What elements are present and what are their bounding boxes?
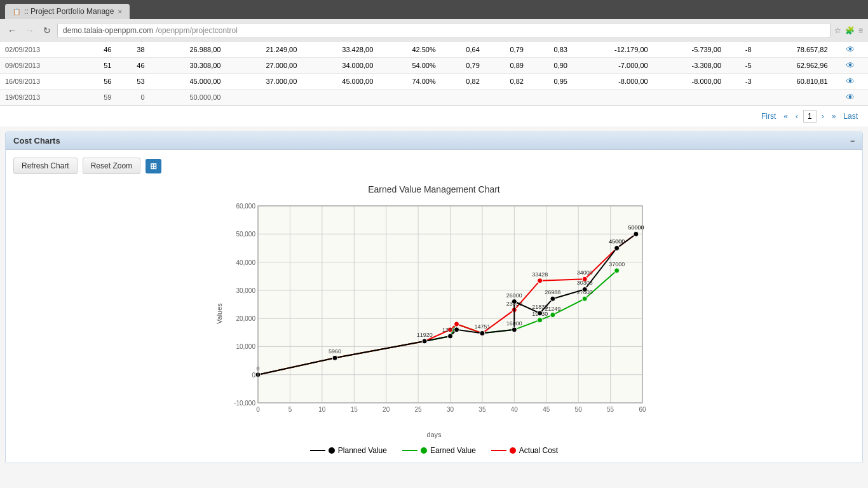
menu-icon[interactable]: ≡	[858, 26, 863, 35]
refresh-chart-btn[interactable]: Refresh Chart	[13, 158, 78, 174]
pv-line-icon	[310, 450, 325, 451]
data-cell: 62.962,96	[757, 58, 833, 74]
data-cell: 0,83	[529, 42, 573, 58]
data-cell: 33.428,00	[302, 42, 378, 58]
expand-chart-btn[interactable]: ⊞	[146, 159, 161, 173]
url-host: demo.talaia-openppm.com	[63, 26, 153, 35]
table-row: 16/09/2013565345.000,0037.000,0045.000,0…	[0, 74, 868, 90]
data-cell: 0,79	[485, 42, 529, 58]
svg-text:60,000: 60,000	[236, 203, 255, 210]
row-view-btn[interactable]: 👁	[846, 44, 855, 55]
svg-point-95	[614, 245, 620, 250]
data-cell: 0,95	[529, 74, 573, 90]
browser-tab[interactable]: 📋 :: Project Portfolio Manage ×	[5, 4, 130, 19]
eye-icon-cell: 👁	[833, 42, 868, 58]
section-collapse-btn[interactable]: −	[850, 137, 855, 146]
svg-text:60: 60	[639, 406, 646, 413]
cost-charts-section: Cost Charts − Refresh Chart Reset Zoom ⊞…	[5, 132, 863, 463]
svg-text:45: 45	[543, 406, 550, 413]
svg-point-62	[454, 322, 459, 327]
last-page-link[interactable]: Last	[841, 111, 860, 122]
browser-chrome: 📋 :: Project Portfolio Manage ×	[0, 0, 868, 19]
data-cell	[441, 90, 485, 105]
next2-page-btn[interactable]: »	[829, 111, 839, 122]
svg-text:21838: 21838	[532, 304, 548, 310]
prev-page-btn[interactable]: ‹	[793, 111, 801, 122]
bookmark-icon[interactable]: ☆	[834, 26, 841, 35]
svg-point-50	[538, 318, 543, 323]
chart-inner: -10,000010,00020,00030,00040,00050,00060…	[223, 200, 655, 428]
legend-item-pv: Planned Value	[310, 446, 387, 455]
row-view-btn[interactable]: 👁	[846, 92, 855, 102]
svg-text:30: 30	[447, 406, 454, 413]
data-cell: -8.000,00	[653, 74, 726, 90]
data-cell: 78.657,82	[757, 42, 833, 58]
address-bar[interactable]: demo.talaia-openppm.com/openppm/projectc…	[57, 23, 831, 38]
data-cell: 45.000,00	[150, 74, 226, 90]
eye-icon-cell: 👁	[833, 74, 868, 90]
legend-item-ac: Actual Cost	[491, 446, 558, 455]
svg-text:30,000: 30,000	[236, 287, 255, 294]
data-cell: 74.00%	[378, 74, 440, 90]
row-view-btn[interactable]: 👁	[846, 76, 855, 86]
ev-line-icon	[402, 450, 417, 451]
tab-title: :: Project Portfolio Manage	[24, 7, 114, 16]
svg-text:35: 35	[478, 406, 486, 413]
data-cell: -5.739,00	[653, 42, 726, 58]
data-table-section: 02/09/2013463826.988,0021.249,0033.428,0…	[0, 42, 868, 105]
next-page-btn[interactable]: ›	[819, 111, 827, 122]
y-axis-label: Values	[213, 200, 223, 428]
data-cell	[378, 90, 440, 105]
refresh-button[interactable]: ↻	[41, 24, 53, 37]
data-cell: 30.308,00	[150, 58, 226, 74]
data-cell: 0,82	[485, 74, 529, 90]
eye-icon-cell: 👁	[833, 58, 868, 74]
svg-text:50: 50	[575, 406, 583, 413]
back-button[interactable]: ←	[5, 24, 19, 37]
browser-icons: ☆ 🧩 ≡	[834, 26, 863, 35]
table-row: 09/09/2013514630.308,0027.000,0034.000,0…	[0, 58, 868, 74]
svg-text:40: 40	[511, 406, 519, 413]
data-cell: 0,79	[441, 58, 485, 74]
data-cell	[653, 90, 726, 105]
evm-chart: -10,000010,00020,00030,00040,00050,00060…	[223, 200, 655, 428]
svg-point-82	[454, 327, 459, 332]
control-table: 02/09/2013463826.988,0021.249,0033.428,0…	[0, 42, 868, 105]
svg-text:30308: 30308	[577, 280, 593, 286]
svg-point-89	[538, 311, 543, 316]
data-cell: 56	[83, 74, 116, 90]
legend-item-ev: Earned Value	[402, 446, 476, 455]
prev2-page-btn[interactable]: «	[781, 111, 790, 122]
data-cell	[485, 90, 529, 105]
svg-point-80	[448, 334, 453, 339]
data-cell: 34.000,00	[302, 58, 378, 74]
reset-zoom-btn[interactable]: Reset Zoom	[83, 158, 140, 174]
first-page-link[interactable]: First	[759, 111, 778, 122]
data-cell: -3.308,00	[653, 58, 726, 74]
data-cell: 21.249,00	[226, 42, 302, 58]
data-cell	[529, 90, 573, 105]
svg-text:45000: 45000	[609, 238, 625, 245]
svg-text:20: 20	[383, 406, 390, 413]
date-cell: 19/09/2013	[0, 90, 83, 105]
url-path: /openppm/projectcontrol	[156, 26, 238, 35]
svg-text:11920: 11920	[417, 332, 433, 338]
x-axis-label: days	[426, 431, 441, 438]
data-cell: 38	[116, 42, 149, 58]
svg-text:14751: 14751	[474, 323, 490, 330]
forward-button[interactable]: →	[23, 24, 37, 37]
svg-text:10,000: 10,000	[236, 343, 255, 350]
chart-title: Earned Value Management Chart	[368, 184, 500, 194]
eye-icon-cell: 👁	[833, 90, 868, 105]
svg-text:5: 5	[288, 406, 292, 413]
date-cell: 09/09/2013	[0, 58, 83, 74]
svg-text:10: 10	[318, 406, 326, 413]
data-cell: -12.179,00	[573, 42, 653, 58]
chart-controls: Refresh Chart Reset Zoom ⊞	[13, 158, 855, 174]
pv-label: Planned Value	[338, 446, 387, 455]
tab-close-btn[interactable]: ×	[118, 8, 121, 15]
extensions-icon[interactable]: 🧩	[845, 26, 855, 35]
data-cell: 37.000,00	[226, 74, 302, 90]
svg-text:26988: 26988	[545, 289, 560, 295]
row-view-btn[interactable]: 👁	[846, 60, 855, 71]
